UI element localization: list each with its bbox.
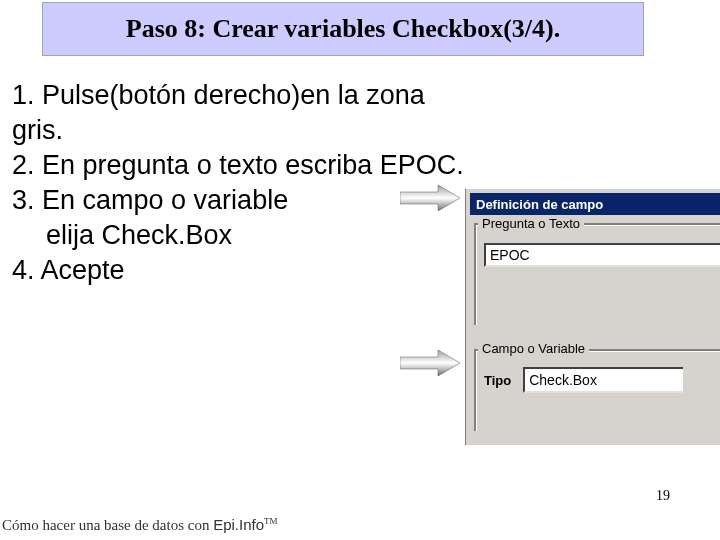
arrow-icon bbox=[400, 185, 460, 211]
question-text-value: EPOC bbox=[490, 247, 530, 263]
footer-brand: Epi.Info bbox=[213, 516, 264, 533]
field-definition-dialog: Definición de campo Pregunta o Texto EPO… bbox=[465, 188, 720, 445]
step-1: 1. Pulse(botón derecho)en la zona gris. bbox=[12, 78, 472, 148]
question-text-group bbox=[474, 223, 720, 325]
type-value: Check.Box bbox=[529, 372, 597, 388]
step-3-line2: elija Check.Box bbox=[12, 218, 472, 253]
arrow-icon bbox=[400, 350, 460, 376]
question-text-label: Pregunta o Texto bbox=[478, 216, 584, 231]
step-4: 4. Acepte bbox=[12, 253, 472, 288]
instruction-steps: 1. Pulse(botón derecho)en la zona gris. … bbox=[12, 78, 472, 289]
footer-prefix: Cómo hacer una base de datos con bbox=[2, 517, 213, 533]
type-row: Tipo Check.Box bbox=[484, 367, 720, 393]
type-combobox[interactable]: Check.Box bbox=[523, 367, 683, 393]
step-2: 2. En pregunta o texto escriba EPOC. bbox=[12, 148, 472, 183]
slide-title-bar: Paso 8: Crear variables Checkbox(3/4). bbox=[42, 2, 644, 56]
footer-text: Cómo hacer una base de datos con Epi.Inf… bbox=[2, 516, 278, 534]
field-variable-label: Campo o Variable bbox=[478, 341, 589, 356]
page-number: 19 bbox=[656, 488, 670, 504]
dialog-titlebar[interactable]: Definición de campo bbox=[470, 193, 720, 215]
trademark-symbol: TM bbox=[264, 516, 278, 526]
question-text-input[interactable]: EPOC bbox=[484, 243, 720, 267]
type-label: Tipo bbox=[484, 373, 511, 388]
slide-title: Paso 8: Crear variables Checkbox(3/4). bbox=[126, 14, 561, 44]
dialog-title: Definición de campo bbox=[476, 197, 603, 212]
svg-marker-0 bbox=[400, 185, 460, 211]
svg-marker-1 bbox=[400, 350, 460, 376]
